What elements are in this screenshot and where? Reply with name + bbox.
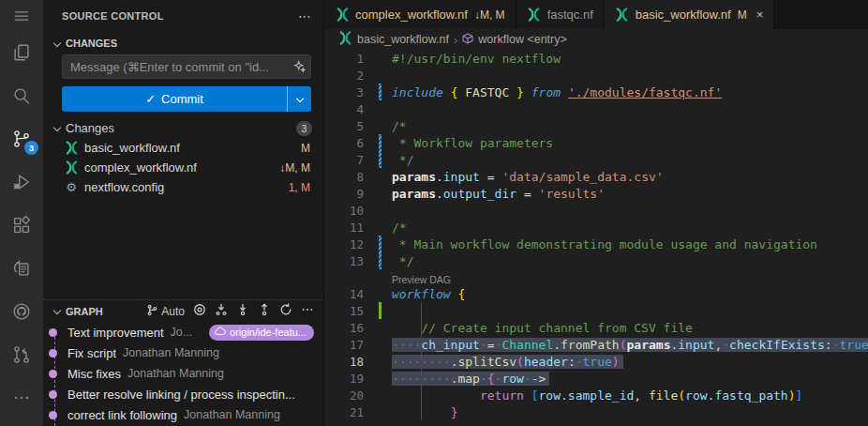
line-number: 10 — [324, 204, 364, 218]
code-line[interactable]: 1#!/usr/bin/env nextflow — [324, 50, 868, 67]
commit-row[interactable]: correct link followingJonathan Manning — [43, 404, 323, 425]
gutter — [364, 100, 392, 117]
graph-header[interactable]: GRAPH Auto — [43, 300, 323, 322]
code-line[interactable]: 7 */ — [324, 151, 868, 168]
code-line[interactable]: 21 } — [324, 403, 868, 420]
auto-label: Auto — [161, 305, 185, 318]
commit-message-input[interactable] — [63, 60, 290, 74]
commit-row[interactable]: Fix scriptJonathan Manning — [43, 342, 323, 363]
branch-button[interactable]: Auto — [146, 304, 185, 319]
gutter — [364, 185, 392, 202]
code-line[interactable]: 19········.map·{·row·-> — [324, 370, 868, 387]
check-icon: ✓ — [145, 92, 156, 106]
commit-message: Text improvement — [67, 326, 164, 340]
code-line[interactable]: 2 — [324, 67, 868, 84]
nextflow-icon — [64, 160, 79, 175]
fetch-icon — [215, 303, 228, 319]
git-status-decoration: ↓M, M — [272, 161, 310, 175]
code-line[interactable]: 13 */ — [324, 252, 868, 269]
commit-button[interactable]: ✓ Commit — [62, 86, 311, 112]
code-line[interactable]: 8params.input = 'data/sample_data.csv' — [324, 168, 868, 185]
code-line[interactable]: 18········.splitCsv(header:·true) — [324, 353, 868, 370]
push-button[interactable] — [258, 303, 271, 319]
code-line[interactable]: 10 — [324, 202, 868, 219]
run-debug-activity-item[interactable] — [0, 160, 43, 204]
target-button[interactable] — [193, 303, 206, 319]
close-icon[interactable]: × — [756, 8, 764, 21]
code-text: workflow { — [392, 287, 465, 301]
git-status-decoration: M — [293, 142, 310, 155]
copilot-sparkle-icon[interactable] — [290, 60, 310, 73]
code-line[interactable]: 15 — [324, 302, 868, 319]
branch-icon — [146, 304, 158, 319]
pull-request-activity-item[interactable] — [0, 333, 43, 376]
codelens-preview-dag[interactable]: Preview DAG — [324, 269, 868, 285]
changes-group-row[interactable]: Changes 3 — [43, 118, 323, 138]
tab-basic_workflow.nf[interactable]: basic_workflow.nfM× — [605, 0, 774, 29]
github-activity-item[interactable] — [0, 290, 43, 333]
commit-dot-icon — [49, 390, 57, 399]
code-text: ········.map·{·row·-> — [392, 372, 546, 386]
code-line[interactable]: 9params.output_dir = 'results' — [324, 185, 868, 202]
branch-ref-label: origin/ide-featu... — [230, 327, 307, 338]
line-number: 20 — [324, 388, 364, 403]
source-control-activity-item[interactable]: 3 — [0, 117, 43, 160]
code-text: ········.splitCsv(header:·true) — [392, 355, 620, 369]
tab-label: fastqc.nf — [547, 8, 593, 22]
code-line[interactable]: 6 * Workflow parameters — [324, 134, 868, 151]
tab-complex_workflow.nf[interactable]: complex_workflow.nf↓M, M — [324, 0, 516, 29]
search-activity-item[interactable] — [0, 74, 43, 117]
menu-activity-item[interactable] — [0, 0, 43, 31]
code-line[interactable]: 4 — [324, 100, 868, 117]
modified-line-marker — [379, 134, 382, 151]
modified-line-marker — [379, 151, 382, 168]
breadcrumb-file[interactable]: basic_workflow.nf — [338, 31, 449, 48]
run-debug-icon — [11, 172, 32, 192]
commit-row[interactable]: Better resolve linking / process inspect… — [43, 384, 323, 404]
code-text: // Create input channel from CSV file — [392, 321, 693, 335]
more-button[interactable] — [301, 303, 314, 319]
breadcrumb: basic_workflow.nf › workflow <entry> — [324, 29, 868, 50]
extensions-activity-item[interactable] — [0, 204, 43, 247]
fetch-button[interactable] — [215, 303, 228, 319]
nextflow-icon — [615, 8, 630, 23]
breadcrumb-separator: › — [454, 33, 457, 47]
commit-author: Jo... — [171, 326, 193, 339]
code-line[interactable]: 5/* — [324, 117, 868, 134]
code-line[interactable]: 14workflow { — [324, 285, 868, 302]
nextflow-icon — [64, 141, 79, 156]
code-text: * Main workflow demonstrating module usa… — [392, 237, 817, 251]
file-name: basic_workflow.nf — [84, 141, 180, 155]
changed-file-row[interactable]: complex_workflow.nf↓M, M — [43, 158, 323, 177]
breadcrumb-symbol[interactable]: workflow <entry> — [462, 33, 566, 47]
commit-row[interactable]: Text improvementJo...origin/ide-featu... — [43, 322, 323, 342]
code-line[interactable]: 16 // Create input channel from CSV file — [324, 319, 868, 336]
code-line[interactable]: 17····ch_input·=·Channel.fromPath(params… — [324, 336, 868, 353]
changed-file-row[interactable]: basic_workflow.nfM — [43, 138, 323, 158]
tab-fastqc.nf[interactable]: fastqc.nf — [516, 0, 605, 29]
code-line[interactable]: 12 * Main workflow demonstrating module … — [324, 236, 868, 252]
chevron-down-icon — [53, 307, 61, 314]
pull-button[interactable] — [236, 303, 249, 319]
sync-docs-activity-item[interactable] — [0, 247, 43, 290]
code-editor[interactable]: 1#!/usr/bin/env nextflow23include { FAST… — [324, 50, 868, 426]
explorer-activity-item[interactable] — [0, 31, 43, 74]
code-line[interactable]: 3include { FASTQC } from './modules/fast… — [324, 84, 868, 100]
code-line[interactable]: 20 return [row.sample_id, file(row.fastq… — [324, 387, 868, 403]
commit-dropdown-button[interactable] — [287, 86, 311, 112]
commit-row[interactable]: Misc fixesJonathan Manning — [43, 363, 323, 384]
sidebar-more-actions-button[interactable]: ⋯ — [298, 8, 312, 23]
commit-button-label: Commit — [161, 92, 203, 106]
branch-ref-badge[interactable]: origin/ide-featu... — [209, 325, 314, 341]
commit-message: correct link following — [67, 408, 177, 422]
code-line[interactable]: 11/* — [324, 219, 868, 236]
changed-file-row[interactable]: ⚙nextflow.config1, M — [43, 177, 323, 197]
commit-dot-icon — [49, 349, 57, 358]
line-number: 13 — [324, 254, 364, 268]
more-views-activity-item[interactable] — [0, 376, 43, 419]
refresh-button[interactable] — [279, 303, 292, 319]
commit-author: Jonathan Manning — [127, 367, 224, 380]
gutter — [364, 151, 392, 168]
changes-section-header[interactable]: CHANGES — [43, 33, 323, 53]
scm-count-badge: 3 — [24, 141, 38, 155]
